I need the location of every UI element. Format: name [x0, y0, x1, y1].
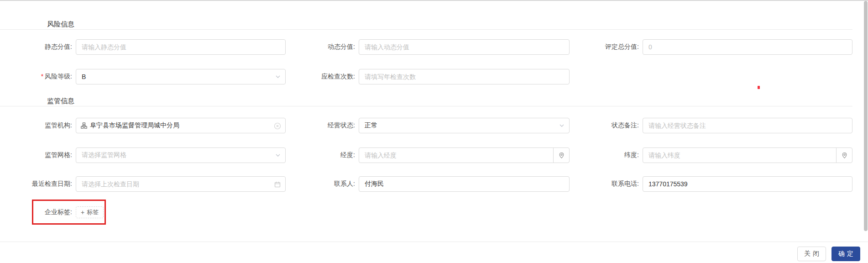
- dynamic-score-label: 动态分值:: [301, 43, 359, 51]
- field-business-status: 经营状态: 正常: [301, 118, 570, 133]
- agency-label: 监管机构:: [18, 121, 76, 130]
- phone-input-wrap: [643, 176, 852, 192]
- location-pin-icon: [841, 152, 848, 159]
- field-grid: 监管网格: 请选择监管网格: [18, 147, 286, 163]
- required-asterisk: *: [41, 73, 43, 80]
- business-status-select[interactable]: 正常: [359, 118, 570, 133]
- clear-circle-icon[interactable]: [274, 122, 281, 130]
- phone-label: 联系电话:: [585, 180, 643, 188]
- status-remark-input[interactable]: [643, 118, 852, 133]
- section-supervision-title: 监管信息: [41, 96, 81, 106]
- latitude-input[interactable]: [643, 148, 836, 163]
- close-button[interactable]: 关闭: [797, 247, 826, 261]
- chevron-down-icon: [559, 123, 565, 128]
- static-score-label: 静态分值:: [18, 43, 76, 51]
- static-score-input-wrap: [76, 39, 286, 55]
- total-score-label: 评定总分值:: [585, 43, 643, 51]
- field-dynamic-score: 动态分值:: [301, 39, 570, 55]
- last-inspection-date-picker[interactable]: [76, 176, 286, 192]
- footer-divider: [0, 242, 868, 242]
- section-supervision-divider: [0, 106, 852, 106]
- latitude-pick-button[interactable]: [836, 148, 852, 163]
- field-agency: 监管机构: 阜宁县市场监督管理局城中分局: [18, 118, 286, 133]
- inspection-count-input[interactable]: [359, 69, 569, 84]
- annotation-red-box: [32, 200, 106, 225]
- inspection-count-input-wrap: [359, 69, 570, 84]
- total-score-input-wrap: [643, 39, 852, 55]
- field-total-score: 评定总分值:: [585, 39, 852, 55]
- longitude-input-group: [359, 147, 570, 163]
- contact-input[interactable]: [359, 177, 569, 191]
- longitude-label: 经度:: [301, 151, 359, 159]
- field-last-inspection-date: 最近检查日期:: [18, 176, 286, 192]
- risk-level-label: *风险等级:: [18, 73, 76, 81]
- org-chart-icon: [81, 122, 87, 129]
- confirm-button[interactable]: 确定: [831, 247, 860, 261]
- field-contact: 联系人:: [301, 176, 570, 192]
- field-phone: 联系电话:: [585, 176, 852, 192]
- last-inspection-date-label: 最近检查日期:: [18, 180, 76, 188]
- longitude-input[interactable]: [359, 148, 553, 163]
- annotation-red-dot: [758, 86, 760, 89]
- status-remark-label: 状态备注:: [585, 121, 643, 130]
- scrollbar-thumb[interactable]: [864, 1, 868, 231]
- total-score-input[interactable]: [643, 40, 852, 54]
- chevron-down-icon: [275, 153, 281, 158]
- chevron-down-icon: [275, 74, 281, 79]
- field-risk-level: *风险等级: B: [18, 69, 286, 84]
- longitude-pick-button[interactable]: [553, 148, 569, 163]
- status-remark-input-wrap: [643, 118, 852, 133]
- field-inspection-count: 应检查次数:: [301, 69, 570, 84]
- field-longitude: 经度:: [301, 147, 570, 163]
- phone-input[interactable]: [643, 177, 852, 191]
- dynamic-score-input[interactable]: [359, 40, 569, 54]
- field-status-remark: 状态备注:: [585, 118, 852, 133]
- location-pin-icon: [558, 152, 565, 159]
- field-latitude: 纬度:: [585, 147, 852, 163]
- latitude-label: 纬度:: [585, 151, 643, 159]
- calendar-icon: [274, 181, 281, 188]
- agency-select[interactable]: 阜宁县市场监督管理局城中分局: [76, 118, 286, 133]
- contact-input-wrap: [359, 176, 570, 192]
- field-static-score: 静态分值:: [18, 39, 286, 55]
- grid-select[interactable]: 请选择监管网格: [76, 147, 286, 163]
- risk-level-value: B: [76, 73, 86, 80]
- last-inspection-date-input[interactable]: [76, 177, 285, 191]
- section-risk-divider: [0, 29, 852, 30]
- contact-label: 联系人:: [301, 180, 359, 188]
- static-score-input[interactable]: [76, 40, 285, 54]
- agency-value: 阜宁县市场监督管理局城中分局: [90, 121, 179, 130]
- inspection-count-label: 应检查次数:: [301, 73, 359, 81]
- section-risk-title: 风险信息: [41, 19, 81, 29]
- grid-label: 监管网格:: [18, 151, 76, 159]
- grid-placeholder: 请选择监管网格: [76, 151, 126, 159]
- top-divider: [0, 0, 868, 1]
- business-status-label: 经营状态:: [301, 121, 359, 130]
- business-status-value: 正常: [359, 121, 377, 130]
- dynamic-score-input-wrap: [359, 39, 570, 55]
- latitude-input-group: [643, 147, 852, 163]
- risk-level-select[interactable]: B: [76, 69, 286, 84]
- form-panel: 风险信息 静态分值: 动态分值: 评定总分值: *风险等级: B 应检查次数: …: [0, 0, 868, 263]
